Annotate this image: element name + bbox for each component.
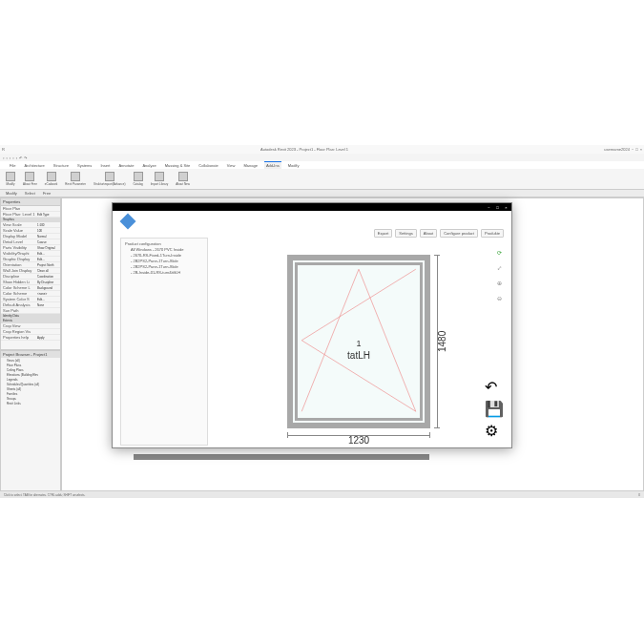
brand-logo-icon	[120, 214, 136, 230]
subbar-item[interactable]: Select	[25, 191, 35, 196]
qat-icon[interactable]: ▫	[6, 156, 7, 160]
ribbon-icon	[47, 172, 56, 181]
status-text: Click to select. TAB for alternates. CTR…	[4, 493, 85, 497]
ribbon-icon	[178, 172, 188, 181]
tab-systems[interactable]: Systems	[75, 162, 93, 169]
ribbon-icon	[105, 172, 114, 181]
maximize-icon[interactable]: □	[635, 147, 637, 152]
tab-massing[interactable]: Massing & Site	[163, 162, 193, 169]
subbar: Modify Select Free	[0, 190, 644, 197]
settings-button[interactable]: Settings	[395, 229, 416, 238]
ribbon-group[interactable]: About Free	[23, 172, 37, 186]
ribbon-group[interactable]: Catalog	[133, 172, 142, 186]
dimension-height: 1480	[437, 255, 447, 428]
tab-analyze[interactable]: Analyze	[140, 162, 157, 169]
dialog-close-icon[interactable]: ×	[504, 205, 509, 210]
drawing-canvas[interactable]: − □ × Export Settings About Configure pr…	[61, 197, 644, 493]
tab-architecture[interactable]: Architecture	[22, 162, 46, 169]
settings-icon[interactable]: ⚙	[485, 422, 504, 440]
window-drawing[interactable]: 1 tatLH	[287, 255, 430, 428]
dialog-minimize-icon[interactable]: −	[487, 205, 491, 210]
quick-access-toolbar: ▫ ▫ ▫ ▫ ▫ ↶ ↷	[0, 154, 644, 161]
export-button[interactable]: Export	[374, 229, 393, 238]
subbar-item[interactable]: Free	[43, 191, 51, 196]
tab-view[interactable]: View	[225, 162, 238, 169]
user-label[interactable]: username2024	[604, 147, 630, 152]
tab-insert[interactable]: Insert	[98, 162, 112, 169]
ribbon-icon	[155, 172, 164, 181]
window-drawing-wrapper: 1 tatLH 1230 1480	[287, 255, 430, 428]
qat-icon[interactable]: ↷	[24, 156, 27, 160]
tab-collaborate[interactable]: Collaborate	[197, 162, 219, 169]
ribbon: Modify About Free eCadwork Revit Paramet…	[0, 169, 644, 190]
product-tree: Product configuration All Windows - 2670…	[120, 238, 208, 446]
dimension-width: 1230	[287, 435, 430, 446]
project-browser: Project Browser - Project1 Views (all) F…	[0, 350, 61, 493]
canvas-element	[134, 454, 429, 460]
browser-node[interactable]: Revit Links	[1, 401, 60, 405]
dialog-logo-row	[120, 215, 504, 228]
expand-icon[interactable]: ⤢	[494, 262, 504, 272]
ribbon-icon	[25, 172, 34, 181]
status-right: 0	[638, 493, 640, 497]
window-label: tatLH	[293, 350, 425, 361]
qat-icon[interactable]: ▫	[16, 156, 17, 160]
close-icon[interactable]: ×	[640, 147, 642, 152]
zoom-in-icon[interactable]: ⊕	[494, 278, 504, 287]
ribbon-group[interactable]: Import Library	[151, 172, 169, 186]
window-number: 1	[293, 339, 425, 348]
window-preview: ⟳ ⤢ ⊕ ⊖ ↶ 💾 ⚙	[214, 238, 504, 446]
dialog-maximize-icon[interactable]: □	[495, 205, 500, 210]
ribbon-group[interactable]: About New	[176, 172, 190, 186]
tab-manage[interactable]: Manage	[241, 162, 259, 169]
status-bar: Click to select. TAB for alternates. CTR…	[0, 490, 644, 498]
ribbon-icon	[134, 172, 143, 181]
tree-node[interactable]: - 2B-Inside-01-RS-turn&tiltLH	[123, 269, 205, 275]
title-text: Autodesk Revit 2023 - Project1 - Floor P…	[5, 147, 604, 152]
preview-tools-bottom: ↶ 💾 ⚙	[485, 378, 504, 440]
undo-icon[interactable]: ↶	[485, 378, 504, 396]
revit-window: R Autodesk Revit 2023 - Project1 - Floor…	[0, 145, 644, 498]
minimize-icon[interactable]: −	[632, 147, 634, 152]
dialog-titlebar: − □ ×	[113, 203, 511, 211]
svg-line-0	[301, 269, 416, 341]
ribbon-icon	[6, 172, 15, 181]
workarea: Properties Floor Plan Floor Plan: Level …	[0, 197, 644, 493]
zoom-out-icon[interactable]: ⊖	[494, 293, 504, 302]
ribbon-group[interactable]: Modify	[6, 172, 15, 186]
save-icon[interactable]: 💾	[485, 400, 504, 418]
dialog-body: Export Settings About Configure product …	[113, 211, 511, 449]
ribbon-group[interactable]: eCadwork	[45, 172, 58, 186]
titlebar: R Autodesk Revit 2023 - Project1 - Floor…	[0, 145, 644, 154]
tab-modify[interactable]: Modify	[286, 162, 301, 169]
preview-tools: ⟳ ⤢ ⊕ ⊖	[494, 247, 504, 302]
refresh-icon[interactable]: ⟳	[494, 247, 504, 257]
ribbon-group[interactable]: Strukturtexport(Advance)	[93, 172, 125, 186]
qat-icon[interactable]: ▫	[3, 156, 4, 160]
qat-icon[interactable]: ▫	[12, 156, 13, 160]
qat-icon[interactable]: ▫	[10, 156, 10, 160]
configurator-dialog: − □ × Export Settings About Configure pr…	[112, 202, 512, 448]
tab-annotate[interactable]: Annotate	[116, 162, 135, 169]
tab-structure[interactable]: Structure	[52, 162, 71, 169]
ribbon-tabs: File Architecture Structure Systems Inse…	[0, 161, 644, 169]
configure-button[interactable]: Configure product	[440, 229, 478, 238]
about-button[interactable]: About	[420, 229, 437, 238]
properties-header: Properties	[1, 198, 60, 206]
subbar-item[interactable]: Modify	[6, 191, 17, 196]
ribbon-icon	[71, 172, 80, 181]
properties-panel: Properties Floor Plan Floor Plan: Level …	[0, 197, 61, 350]
ribbon-group[interactable]: Revit Parameter	[65, 172, 86, 186]
products-button[interactable]: Produkte	[481, 229, 504, 238]
tab-file[interactable]: File	[8, 162, 17, 169]
tab-addins[interactable]: Add-Ins	[264, 161, 281, 169]
left-column: Properties Floor Plan Floor Plan: Level …	[0, 197, 61, 493]
dialog-main: Product configuration All Windows - 2670…	[120, 238, 504, 446]
browser-header: Project Browser - Project1	[1, 351, 60, 358]
prop-apply[interactable]: Properties helpApply	[1, 335, 60, 341]
dialog-toolbar: Export Settings About Configure product …	[120, 228, 504, 238]
qat-icon[interactable]: ↶	[19, 156, 22, 160]
